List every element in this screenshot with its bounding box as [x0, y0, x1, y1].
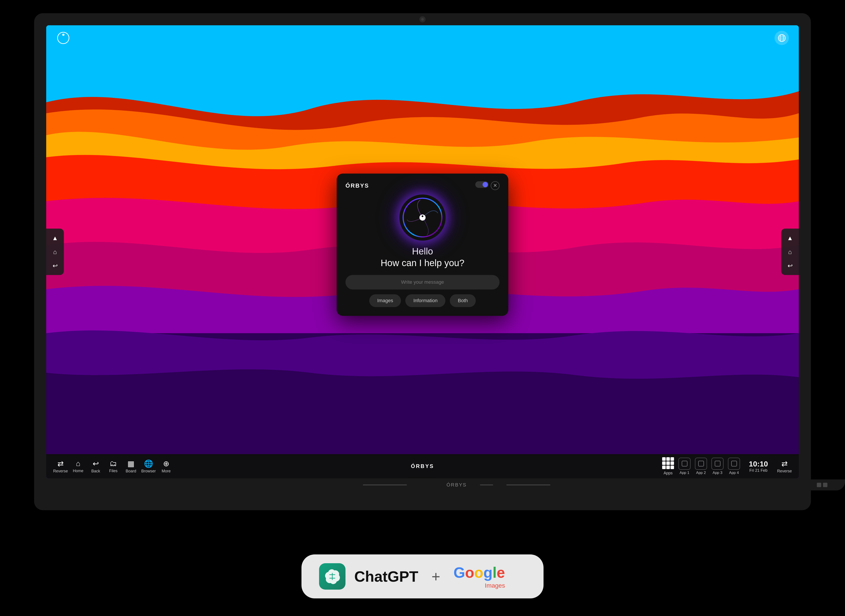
- orbys-logo-top-left[interactable]: [57, 32, 69, 44]
- message-input[interactable]: [345, 275, 500, 289]
- bottom-bar-dot2: [480, 484, 493, 485]
- both-button[interactable]: Both: [450, 294, 476, 307]
- back-label: Back: [91, 469, 100, 474]
- sidebar-left-home-button[interactable]: ⌂: [50, 247, 60, 257]
- bottom-bar-controls: [817, 483, 827, 487]
- app1-icon: [678, 458, 691, 470]
- home-label: Home: [73, 469, 84, 473]
- app3-icon: [711, 458, 723, 470]
- svg-rect-11: [732, 461, 737, 466]
- dialog-toggle[interactable]: [475, 181, 488, 188]
- greeting-how-can: How can I help you?: [345, 258, 500, 268]
- app2-icon: [695, 458, 707, 470]
- taskbar-board[interactable]: ▦ Board: [123, 459, 139, 474]
- bottom-bar-left-line: [363, 484, 407, 485]
- clock-date: Fri 21 Feb: [749, 468, 767, 473]
- files-icon: 🗂: [110, 459, 117, 468]
- bottom-bar-ctrl1: [817, 483, 821, 487]
- reverse-right-icon: ⇄: [782, 459, 788, 468]
- reverse-right-label: Reverse: [777, 469, 792, 474]
- apps-label: Apps: [664, 471, 673, 475]
- sidebar-right-back-button[interactable]: ↩: [785, 261, 795, 271]
- app4-label: App 4: [729, 471, 739, 475]
- taskbar-app3[interactable]: App 3: [711, 458, 723, 475]
- plus-sign: +: [432, 568, 440, 585]
- google-g: G: [454, 564, 465, 581]
- bottom-card: ChatGPT + G o o g l e Images: [301, 554, 544, 598]
- sidebar-left-back-button[interactable]: ↩: [50, 261, 60, 271]
- clock-time: 10:10: [749, 460, 768, 468]
- google-branding: G o o g l e Images: [454, 564, 505, 589]
- taskbar-app4[interactable]: App 4: [728, 458, 740, 475]
- camera-dot: [421, 18, 424, 21]
- taskbar-home[interactable]: ⌂ Home: [71, 459, 86, 473]
- camera-notch: [419, 16, 426, 22]
- monitor-stand-neck: [409, 477, 436, 495]
- sidebar-right: ▲ ⌂ ↩: [781, 229, 799, 275]
- taskbar-reverse-left[interactable]: ⇄ Reverse: [53, 459, 68, 474]
- taskbar-app2[interactable]: App 2: [695, 458, 707, 475]
- dialog-title: ÓRBYS: [345, 182, 369, 189]
- information-button[interactable]: Information: [405, 294, 445, 307]
- sidebar-left: ▲ ⌂ ↩: [46, 229, 64, 275]
- google-images-label: Images: [454, 582, 505, 589]
- toggle-switch[interactable]: [475, 181, 488, 188]
- app2-label: App 2: [696, 471, 706, 475]
- taskbar-browser[interactable]: 🌐 Browser: [141, 459, 156, 474]
- dialog-greeting: Hello How can I help you?: [345, 246, 500, 268]
- ai-avatar-container: [345, 195, 500, 239]
- taskbar-reverse-right[interactable]: ⇄ Reverse: [777, 459, 792, 474]
- back-icon: ↩: [93, 459, 99, 468]
- files-label: Files: [109, 469, 118, 473]
- svg-rect-10: [715, 461, 720, 466]
- ai-inner-dot: [419, 214, 426, 221]
- more-label: More: [162, 469, 170, 474]
- dialog-close-button[interactable]: ✕: [491, 181, 500, 190]
- bottom-bar-right-line: [506, 484, 550, 485]
- images-button[interactable]: Images: [369, 294, 401, 307]
- browser-label: Browser: [141, 469, 156, 474]
- taskbar-apps[interactable]: Apps: [662, 457, 674, 475]
- board-icon: ▦: [128, 459, 134, 468]
- google-o1: o: [465, 564, 475, 581]
- google-o2: o: [474, 564, 483, 581]
- apps-grid-icon: [662, 457, 674, 469]
- reverse-left-icon: ⇄: [57, 459, 63, 468]
- dialog-header: ÓRBYS ✕: [345, 181, 500, 190]
- sidebar-right-up-button[interactable]: ▲: [785, 233, 795, 243]
- globe-button[interactable]: [774, 31, 789, 45]
- reverse-left-label: Reverse: [53, 469, 68, 474]
- taskbar-right: Apps App 1 App 2: [655, 457, 799, 475]
- message-input-container: [345, 275, 500, 289]
- home-icon: ⌂: [76, 459, 81, 468]
- svg-rect-9: [698, 461, 704, 466]
- board-label: Board: [126, 469, 136, 474]
- sidebar-right-home-button[interactable]: ⌂: [785, 247, 795, 257]
- more-icon: ⊕: [163, 459, 169, 468]
- taskbar-more[interactable]: ⊕ More: [159, 459, 174, 474]
- sidebar-left-up-button[interactable]: ▲: [50, 233, 60, 243]
- google-l: l: [492, 564, 497, 581]
- bottom-bar-logo: ÓRBYS: [447, 482, 467, 488]
- taskbar-app1[interactable]: App 1: [678, 458, 691, 475]
- taskbar-left: ⇄ Reverse ⌂ Home ↩ Back 🗂 Files ▦ Boa: [46, 459, 655, 474]
- bottom-bar-ctrl2: [823, 483, 827, 487]
- google-e: e: [497, 564, 505, 581]
- monitor-stand-base: [367, 493, 478, 499]
- taskbar-center-logo: ÓRBYS: [411, 463, 434, 469]
- monitor-bezel: ▲ ⌂ ↩ ▲ ⌂ ↩ ÓRBYS ✕: [34, 13, 811, 510]
- orbys-dialog: ÓRBYS ✕: [337, 173, 508, 316]
- taskbar-back[interactable]: ↩ Back: [88, 459, 103, 474]
- monitor-screen: ▲ ⌂ ↩ ▲ ⌂ ↩ ÓRBYS ✕: [46, 25, 799, 478]
- chatgpt-icon: [319, 563, 345, 590]
- app3-label: App 3: [713, 471, 722, 475]
- taskbar-files[interactable]: 🗂 Files: [106, 459, 121, 473]
- svg-rect-8: [682, 461, 687, 466]
- browser-icon: 🌐: [144, 459, 153, 468]
- monitor-bottom-bar: ÓRBYS: [68, 480, 845, 490]
- taskbar: ⇄ Reverse ⌂ Home ↩ Back 🗂 Files ▦ Boa: [46, 454, 799, 478]
- greeting-hello: Hello: [345, 246, 500, 257]
- google-g2: g: [483, 564, 493, 581]
- chatgpt-label: ChatGPT: [354, 568, 418, 585]
- app1-label: App 1: [679, 471, 689, 475]
